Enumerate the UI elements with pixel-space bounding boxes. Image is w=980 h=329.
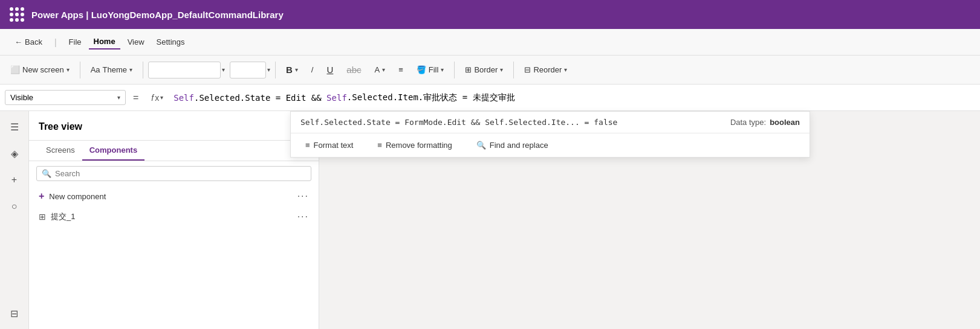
format-text-button[interactable]: ≡ Format text bbox=[300, 138, 358, 152]
apps-grid-icon[interactable] bbox=[10, 7, 24, 22]
formula-self-2: Self bbox=[326, 93, 347, 103]
bold-icon: B bbox=[286, 65, 293, 75]
slash-separator: / bbox=[306, 62, 319, 77]
formula-text: Self .Selected.State = Edit && Self .Sel… bbox=[174, 92, 975, 103]
formula-popup-actions-row: ≡ Format text ≡ Remove formatting 🔍 Find… bbox=[291, 133, 810, 157]
new-screen-icon: ⬜ bbox=[10, 65, 20, 74]
nav-file[interactable]: File bbox=[64, 35, 86, 49]
property-selector[interactable]: Visible ▾ bbox=[5, 90, 126, 105]
toolbar-sep-3 bbox=[275, 62, 276, 78]
sidebar: Tree view × Screens Components 🔍 + New c… bbox=[29, 111, 319, 329]
font-size-wrapper: ▾ bbox=[230, 62, 270, 78]
find-replace-icon: 🔍 bbox=[476, 141, 486, 150]
slash-icon: / bbox=[311, 65, 314, 74]
format-text-label: Format text bbox=[314, 141, 354, 150]
datatype-value: boolean bbox=[770, 118, 800, 127]
tree-title: Tree view bbox=[39, 121, 82, 132]
theme-icon: Aa bbox=[91, 65, 100, 74]
nav-settings[interactable]: Settings bbox=[152, 35, 190, 49]
font-family-select[interactable] bbox=[148, 62, 221, 78]
formula-self-1: Self bbox=[174, 93, 194, 103]
new-component-more-icon[interactable]: ··· bbox=[297, 191, 309, 202]
hamburger-icon[interactable]: ☰ bbox=[4, 116, 25, 138]
theme-chevron: ▾ bbox=[129, 66, 132, 73]
layers-icon[interactable]: ◈ bbox=[4, 142, 25, 164]
tree-item-more-0[interactable]: ··· bbox=[297, 211, 309, 222]
nav-view[interactable]: View bbox=[123, 35, 149, 49]
fx-label: f bbox=[151, 93, 154, 103]
reorder-chevron: ▾ bbox=[564, 66, 567, 73]
new-component-plus-icon: + bbox=[39, 191, 44, 202]
theme-button[interactable]: Aa Theme ▾ bbox=[85, 62, 138, 77]
find-replace-label: Find and replace bbox=[490, 141, 548, 150]
reorder-button[interactable]: ⊟ Reorder ▾ bbox=[519, 62, 573, 77]
formula-bar: Visible ▾ = fx ▾ Self .Selected.State = … bbox=[0, 85, 980, 111]
reorder-label: Reorder bbox=[533, 65, 562, 74]
formula-content[interactable]: Self .Selected.State = Edit && Self .Sel… bbox=[174, 92, 975, 103]
font-color-button[interactable]: A ▾ bbox=[369, 62, 391, 77]
fill-button[interactable]: 🪣 Fill ▾ bbox=[411, 62, 450, 77]
bold-button[interactable]: B ▾ bbox=[281, 62, 303, 78]
font-color-icon: A bbox=[375, 65, 380, 74]
remove-formatting-icon: ≡ bbox=[377, 141, 382, 150]
tree-item-0[interactable]: ⊞ 提交_1 ··· bbox=[29, 206, 319, 227]
align-button[interactable]: ≡ bbox=[393, 62, 409, 77]
equals-sign: = bbox=[131, 92, 141, 103]
back-button[interactable]: ← Back bbox=[10, 35, 47, 49]
nav-home[interactable]: Home bbox=[89, 34, 120, 50]
formula-popup-datatype: Data type: boolean bbox=[730, 118, 800, 127]
tab-screens[interactable]: Screens bbox=[39, 141, 82, 161]
reorder-icon: ⊟ bbox=[524, 65, 531, 74]
underline-button[interactable]: U bbox=[321, 62, 339, 78]
bold-chevron: ▾ bbox=[295, 66, 298, 73]
strikethrough-button[interactable]: abc bbox=[341, 62, 366, 78]
app-title: Power Apps | LuoYongDemoApp_DefaultComma… bbox=[31, 10, 284, 20]
nav-bar: ← Back | File Home View Settings bbox=[0, 29, 980, 56]
find-replace-button[interactable]: 🔍 Find and replace bbox=[472, 138, 553, 152]
search-icon: 🔍 bbox=[42, 169, 51, 178]
tree-item-label-0: 提交_1 bbox=[51, 211, 75, 222]
toolbar-sep-4 bbox=[454, 62, 455, 78]
new-component-label: New component bbox=[49, 192, 106, 201]
border-button[interactable]: ⊞ Border ▾ bbox=[459, 62, 508, 77]
formula-popup-preview-row: Self.Selected.State = FormMode.Edit && S… bbox=[291, 112, 810, 133]
new-component-row[interactable]: + New component ··· bbox=[29, 186, 319, 206]
property-chevron: ▾ bbox=[117, 94, 120, 101]
toolbar: ⬜ New screen ▾ Aa Theme ▾ ▾ ▾ B ▾ / U ab… bbox=[0, 56, 980, 85]
fx-chevron: ▾ bbox=[160, 94, 163, 101]
formula-part-1: .Selected.State = Edit && bbox=[194, 93, 326, 103]
border-chevron: ▾ bbox=[500, 66, 503, 73]
font-size-select[interactable] bbox=[230, 62, 266, 78]
tree-header: Tree view × bbox=[29, 111, 319, 141]
datatype-label: Data type: bbox=[730, 118, 766, 127]
back-label: Back bbox=[25, 37, 42, 46]
border-icon: ⊞ bbox=[465, 65, 472, 74]
component-icon[interactable]: ⊟ bbox=[4, 302, 25, 324]
strikethrough-icon: abc bbox=[346, 65, 361, 75]
icon-strip: ☰ ◈ + ○ ⊟ bbox=[0, 111, 29, 329]
new-screen-label: New screen bbox=[22, 65, 64, 74]
formula-popup-preview: Self.Selected.State = FormMode.Edit && S… bbox=[300, 118, 617, 127]
tree-view: Tree view × Screens Components 🔍 + New c… bbox=[29, 111, 319, 329]
fx-button[interactable]: fx ▾ bbox=[146, 90, 169, 106]
fx-x: x bbox=[155, 93, 159, 103]
formula-part-2: .Selected.Item.审批状态 = 未提交审批 bbox=[347, 92, 515, 103]
tab-components[interactable]: Components bbox=[82, 141, 144, 161]
font-family-chevron: ▾ bbox=[222, 66, 225, 73]
align-icon: ≡ bbox=[398, 65, 403, 74]
database-icon[interactable]: ○ bbox=[4, 196, 25, 217]
add-icon[interactable]: + bbox=[4, 169, 25, 191]
nav-separator: | bbox=[54, 37, 57, 47]
border-label: Border bbox=[474, 65, 498, 74]
format-text-icon: ≡ bbox=[305, 141, 310, 150]
tree-tabs: Screens Components bbox=[29, 141, 319, 161]
remove-formatting-button[interactable]: ≡ Remove formatting bbox=[372, 138, 456, 152]
fill-label: Fill bbox=[429, 65, 439, 74]
font-dropdown-wrapper: ▾ bbox=[148, 62, 225, 78]
fill-icon: 🪣 bbox=[417, 65, 426, 74]
new-screen-button[interactable]: ⬜ New screen ▾ bbox=[5, 62, 75, 77]
remove-formatting-label: Remove formatting bbox=[386, 141, 452, 150]
search-input[interactable] bbox=[55, 169, 306, 178]
property-value: Visible bbox=[10, 93, 33, 102]
toolbar-sep-1 bbox=[80, 62, 80, 78]
